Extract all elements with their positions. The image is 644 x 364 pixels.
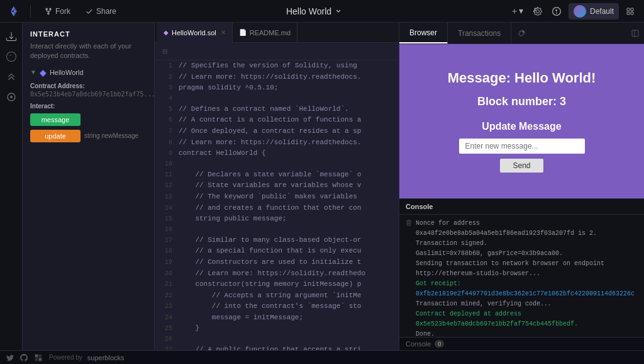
topbar-right: ＋▾ Default bbox=[508, 3, 636, 20]
message-function-btn[interactable]: message bbox=[30, 113, 80, 126]
line-number: 19 bbox=[155, 258, 172, 268]
superblocks-brand: superblocks bbox=[87, 354, 125, 361]
line-number: 9 bbox=[155, 149, 172, 159]
icon-sidebar bbox=[0, 23, 23, 350]
contract-item: ▼ ◆ HelloWorld bbox=[30, 67, 147, 77]
settings-button[interactable] bbox=[531, 4, 545, 18]
browser-tabs: Browser Transactions bbox=[399, 23, 644, 44]
fork-button[interactable]: Fork bbox=[41, 5, 74, 18]
code-line: 2// Learn more: https://solidity.readthe… bbox=[155, 72, 399, 83]
github-icon bbox=[20, 354, 28, 361]
code-line: 18 // a special function that is only ex… bbox=[155, 246, 399, 257]
svg-rect-17 bbox=[39, 358, 42, 361]
console-body: Nonce for address0xa48f2e0be8ab5a04a5eb1… bbox=[399, 215, 644, 337]
panel-expand-btn[interactable] bbox=[626, 23, 644, 43]
console-line: Got receipt: bbox=[416, 279, 635, 288]
code-text: // Similar to many class-based object-or bbox=[179, 235, 361, 246]
console-line: Done. bbox=[416, 329, 635, 337]
sidebar-deploy-btn[interactable] bbox=[3, 48, 20, 65]
code-text: // Learn more: https://solidity.readthed… bbox=[179, 137, 361, 149]
console-line: Transaction signed. bbox=[416, 239, 635, 248]
code-line: 11 // Declares a state variable `message… bbox=[155, 169, 399, 181]
code-line: 10 bbox=[155, 159, 399, 169]
browser-tab-label: Browser bbox=[409, 28, 437, 37]
code-text: // Once deployed, a contract resides at … bbox=[179, 126, 361, 137]
superblocks-icon bbox=[34, 353, 43, 362]
fork-label: Fork bbox=[55, 7, 70, 16]
refresh-icon bbox=[518, 29, 526, 37]
code-text: } bbox=[179, 323, 199, 334]
default-label: Default bbox=[590, 7, 614, 16]
files-icon bbox=[6, 31, 16, 42]
svg-rect-12 bbox=[632, 30, 638, 37]
dapp-update-title: Update Message bbox=[482, 121, 561, 132]
share-icon bbox=[86, 8, 93, 15]
console-badge: 0 bbox=[435, 340, 444, 348]
line-number: 15 bbox=[155, 214, 172, 224]
line-number: 23 bbox=[155, 302, 172, 312]
expand-icon-btn[interactable] bbox=[624, 5, 636, 18]
sidebar-contract-btn[interactable] bbox=[3, 88, 20, 106]
tab-browser[interactable]: Browser bbox=[399, 23, 448, 43]
powered-by-text: Powered by bbox=[49, 354, 82, 361]
code-line: 22 // Accepts a string argument `initMe bbox=[155, 290, 399, 302]
console-bottom-tab[interactable]: Console 0 bbox=[399, 337, 644, 350]
code-editor[interactable]: 1// Specifies the version of Solidity, u… bbox=[155, 60, 399, 350]
main: INTERACT Interact directly with each of … bbox=[0, 23, 644, 350]
contract-dot: ◆ bbox=[40, 67, 47, 77]
add-button[interactable]: ＋▾ bbox=[508, 3, 526, 20]
line-number: 21 bbox=[155, 280, 172, 290]
code-line: 13 // The keyword `public` makes variabl… bbox=[155, 191, 399, 203]
console-clear-row: Nonce for address0xa48f2e0be8ab5a04a5eb1… bbox=[406, 219, 638, 337]
sidebar-interact-btn[interactable] bbox=[3, 68, 20, 86]
expand-icon bbox=[626, 8, 634, 15]
topbar-center: Hello World bbox=[128, 6, 500, 16]
code-text: // A contract is a collection of functio… bbox=[179, 115, 361, 126]
dapp-send-button[interactable]: Send bbox=[500, 159, 543, 173]
line-number: 27 bbox=[155, 345, 172, 350]
code-line: 19 // Constructors are used to initializ… bbox=[155, 257, 399, 268]
update-function-btn[interactable]: update bbox=[30, 130, 80, 142]
line-number: 12 bbox=[155, 181, 172, 191]
arrow-icon: ▼ bbox=[30, 69, 36, 76]
gear-icon bbox=[533, 7, 542, 16]
avatar bbox=[574, 5, 586, 18]
line-number: 1 bbox=[155, 61, 172, 71]
account-default[interactable]: Default bbox=[569, 3, 619, 20]
share-button[interactable]: Share bbox=[82, 5, 120, 18]
code-line: 21 constructor(string memory initMessage… bbox=[155, 279, 399, 290]
svg-rect-15 bbox=[39, 354, 42, 357]
code-line: 3pragma solidity ^0.5.10; bbox=[155, 82, 399, 94]
line-number: 11 bbox=[155, 170, 172, 180]
sidebar-files-btn[interactable] bbox=[3, 28, 20, 45]
line-number: 7 bbox=[155, 127, 172, 137]
address-label: Contract Address: bbox=[30, 82, 147, 89]
line-number: 17 bbox=[155, 236, 172, 246]
right-panel: Browser Transactions Message: Hello Worl bbox=[399, 23, 644, 350]
update-param: string newMessage bbox=[84, 132, 147, 139]
code-text: // Constructors are used to initialize t bbox=[179, 257, 361, 268]
code-text: string public message; bbox=[179, 213, 287, 225]
svg-rect-9 bbox=[631, 12, 633, 14]
project-title[interactable]: Hello World bbox=[286, 6, 341, 16]
code-text: // Defines a contract named `HelloWorld`… bbox=[179, 104, 349, 115]
help-button[interactable] bbox=[550, 4, 564, 18]
tab-transactions[interactable]: Transactions bbox=[448, 23, 511, 43]
sol-icon: ◆ bbox=[164, 29, 169, 36]
collapse-btn[interactable]: ⊟ bbox=[160, 45, 170, 57]
tab-helloworld[interactable]: ◆ HelloWorld.sol ✕ bbox=[157, 23, 233, 43]
powered-by: Powered by superblocks bbox=[6, 353, 125, 362]
tab1-label: HelloWorld.sol bbox=[172, 29, 216, 37]
panel-icon bbox=[631, 30, 639, 37]
tab1-close[interactable]: ✕ bbox=[221, 29, 226, 36]
console-area: Console Nonce for address0xa48f2e0be8ab5… bbox=[399, 198, 644, 337]
console-line: 0xa48f2e0be8ab5a04a5eb1f86ead1923f03a207… bbox=[416, 229, 635, 238]
interact-title: INTERACT bbox=[30, 30, 147, 38]
dapp-message-input[interactable] bbox=[459, 139, 585, 154]
code-line: 8// Learn more: https://solidity.readthe… bbox=[155, 137, 399, 149]
refresh-btn[interactable] bbox=[511, 23, 532, 43]
code-line: 14 // and creates a function that other … bbox=[155, 203, 399, 214]
trash-icon bbox=[406, 220, 412, 226]
svg-rect-8 bbox=[627, 12, 630, 14]
tab-readme[interactable]: 📄 README.md bbox=[233, 23, 297, 43]
